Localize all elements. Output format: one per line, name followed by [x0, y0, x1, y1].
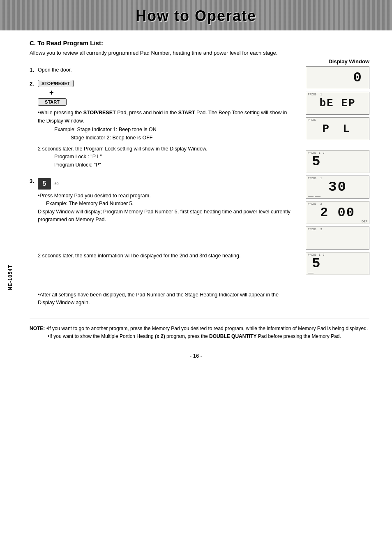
display-content-8: 5	[308, 253, 367, 274]
stop-reset-button-graphic: STOP/RESET	[38, 80, 74, 87]
prog-label-3: PROG	[308, 118, 316, 121]
stage-ind-4b: 2	[323, 151, 325, 154]
step-1: 1. Open the door.	[30, 66, 293, 74]
display-box-1: 0	[306, 66, 369, 89]
start-button-graphic: START	[38, 98, 67, 106]
display-content-4: 5	[308, 151, 367, 172]
prog-ind-5: PROG 1	[308, 177, 322, 180]
stage-line-1	[308, 197, 314, 197]
prog-ind-4: PROG 1 2	[308, 151, 324, 154]
step-1-content: Open the door.	[38, 66, 293, 74]
step-2-example-1: Example: Stage Indicator 1: Beep tone is…	[38, 126, 293, 134]
stage-lines-8	[308, 273, 314, 274]
step-2-example-2: Stage Indicator 2: Beep tone is OFF	[38, 134, 293, 142]
def-indicator-6: DEF	[362, 220, 367, 223]
stage-ind-5: 1	[321, 177, 322, 180]
step-3-graphic: 5 :60	[38, 178, 293, 190]
stage-ind-4a: 1	[319, 151, 321, 154]
display-content-6: 2 00	[308, 202, 367, 223]
stage-line-8-1	[308, 273, 314, 274]
display-content-1: 0	[308, 67, 367, 88]
display-box-7: PROG 3	[306, 227, 369, 250]
page-header: How to Operate	[0, 0, 392, 30]
memory-pad-sub: :60	[53, 182, 59, 186]
step-3-content: 5 :60 •Press Memory Pad you desired to r…	[38, 177, 293, 307]
step-2-content: STOP/RESET + START •While pressing the S…	[38, 80, 293, 169]
step-1-text: Open the door.	[38, 66, 293, 74]
prog-ind-8: PROG 1 2	[308, 253, 324, 256]
display-content-5: 30	[308, 177, 367, 197]
stage-ind-8b: 2	[323, 253, 325, 256]
step-2-graphic: STOP/RESET + START	[38, 80, 293, 106]
display-content-7	[308, 228, 367, 248]
step-2-program-lock: Program Lock : "P L"	[38, 153, 293, 161]
prog-ind-2: PROG 1	[308, 93, 322, 96]
note-bullet-1: •If you want to go to another program, p…	[46, 326, 368, 331]
display-box-2: PROG 1 bE EP	[306, 92, 369, 115]
prog-label-2: PROG	[308, 93, 316, 96]
prog-label-4: PROG	[308, 151, 316, 154]
display-box-4: PROG 1 2 5	[306, 150, 369, 173]
step-3: 3. 5 :60 •Press Memory Pad you desired t…	[30, 177, 293, 307]
prog-ind-3: PROG	[308, 118, 316, 121]
display-box-5: PROG 1 30	[306, 176, 369, 199]
display-box-6: PROG 2 2 00 DEF	[306, 201, 369, 224]
stage-lines-5	[308, 197, 321, 197]
stage-ind-7: 3	[321, 228, 322, 231]
prog-label-7: PROG	[308, 228, 316, 231]
display-content-3: P L	[308, 118, 367, 139]
display-boxes-column: 0 PROG 1 bE EP PROG P L PROG	[302, 66, 369, 311]
memory-pad-5-graphic: 5	[38, 178, 51, 190]
display-window-label: Display Window	[328, 58, 369, 65]
step-3-number: 3.	[30, 178, 38, 184]
note-label: NOTE:	[30, 326, 45, 331]
note-bullet-2: •If you want to show the Multiple Portio…	[30, 333, 341, 340]
step-3-example: Example: The Memory Pad Number 5.	[38, 200, 293, 208]
step-3-text-4: •After all settings have been displayed,…	[38, 291, 293, 307]
step-3-text-2: Display Window will display; Program Mem…	[38, 208, 293, 224]
stage-line-2	[315, 197, 321, 197]
plus-sign: +	[49, 88, 293, 97]
page-number: - 16 -	[0, 353, 392, 359]
stage-ind-6: 2	[321, 202, 322, 205]
step-2-text-1: •While pressing the STOP/RESET Pad, pres…	[38, 109, 293, 125]
prog-label-5: PROG	[308, 177, 316, 180]
display-box-3: PROG P L	[306, 117, 369, 140]
step-3-text-1: •Press Memory Pad you desired to read pr…	[38, 192, 293, 200]
prog-label-6: PROG	[308, 202, 316, 205]
step-3-text-3: 2 seconds later, the same information wi…	[38, 252, 293, 260]
prog-label-8: PROG	[308, 253, 316, 256]
prog-ind-6: PROG 2	[308, 202, 322, 205]
step-2-text-2: 2 seconds later, the Program Lock settin…	[38, 145, 293, 153]
step-2-program-unlock: Program Unlock: "P"	[38, 161, 293, 169]
display-content-2: bE EP	[308, 93, 367, 113]
display-box-8: PROG 1 2 5	[306, 252, 369, 275]
section-description: Allows you to review all currently progr…	[30, 50, 369, 56]
page-title: How to Operate	[0, 7, 392, 25]
stage-ind-8a: 1	[319, 253, 321, 256]
step-2: 2. STOP/RESET + START •While pressing th…	[30, 80, 293, 169]
prog-ind-7: PROG 3	[308, 228, 322, 231]
note-section: NOTE: •If you want to go to another prog…	[30, 319, 369, 340]
step-2-number: 2.	[30, 81, 38, 87]
stage-ind-2: 1	[321, 93, 322, 96]
section-title: C. To Read Program List:	[30, 39, 369, 46]
steps-column: 1. Open the door. 2. STOP/RESET + START	[30, 66, 297, 311]
step-1-number: 1.	[30, 67, 38, 73]
